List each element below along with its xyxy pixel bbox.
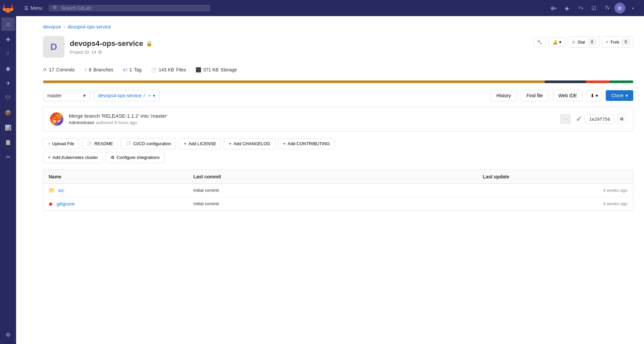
lock-icon: 🔒 [146, 40, 153, 47]
add-license-button[interactable]: + Add LICENSE [179, 138, 221, 149]
chevron-down-icon: ▾ [581, 6, 583, 10]
issues-icon: ◈ [565, 5, 569, 11]
files-label: Files [176, 67, 186, 72]
download-button[interactable]: ⬇ ▾ [587, 90, 602, 101]
web-ide-button[interactable]: Web IDE [553, 90, 583, 101]
commit-meta: Administrator authored 9 hours ago [69, 120, 555, 125]
sidebar-item-deploy[interactable]: ✈ [1, 76, 15, 90]
table-row: 📁 src Initial commit 4 weeks ago [43, 184, 633, 197]
file-name-src[interactable]: 📁 src [49, 187, 194, 193]
menu-button[interactable]: ☰ Menu [21, 4, 45, 12]
chevron-down-icon: ▾ [83, 93, 86, 98]
repo-path[interactable]: devops4-ops-service [98, 93, 142, 98]
chevron-down-icon: ▾ [559, 40, 561, 45]
tags-stat[interactable]: 🏷 1 Tag [123, 67, 142, 72]
file-table: Name Last commit Last update 📁 src Initi… [43, 170, 633, 211]
sidebar-item-analytics[interactable]: 📊 [1, 121, 15, 134]
files-stat[interactable]: 📄 143 KB Files [151, 67, 186, 72]
breadcrumb-project[interactable]: devops4-ops-service [68, 24, 111, 30]
add-changelog-button[interactable]: + Add CHANGELOG [224, 138, 275, 149]
clone-button[interactable]: Clone ▾ [606, 90, 633, 101]
merge-icon: ⑂ [578, 5, 581, 11]
download-icon: ⬇ [590, 93, 594, 98]
path-navigation: devops4-ops-service / + ▾ [94, 90, 160, 101]
upload-file-button[interactable]: ↑ Upload File [43, 138, 79, 149]
gitignore-icon: ◆ [49, 200, 53, 207]
add-path-button[interactable]: + [148, 93, 151, 98]
todo-button[interactable]: ☑ [588, 2, 600, 14]
copy-id-icon[interactable]: ⧉ [98, 49, 102, 55]
sidebar-item-issues[interactable]: ◈ [1, 32, 15, 46]
commit-hash[interactable]: 1e29f756 [585, 114, 614, 124]
gitlab-logo[interactable] [3, 3, 13, 13]
repo-toolbar: master ▾ devops4-ops-service / + ▾ Histo… [43, 90, 633, 101]
commits-stat[interactable]: ⟳ 17 Commits [43, 67, 75, 72]
user-avatar[interactable]: D [614, 3, 625, 13]
avatar-chevron[interactable]: ▾ [627, 2, 639, 14]
star-button[interactable]: ☆ Star 0 [568, 36, 600, 48]
help-button[interactable]: ? ▾ [601, 2, 613, 14]
sidebar-item-security[interactable]: 🛡 [1, 91, 15, 105]
cicd-icon: 📄 [126, 141, 131, 146]
merge-requests-button[interactable]: ⑂ ▾ [574, 2, 586, 14]
folder-icon: 📁 [49, 187, 55, 193]
sidebar-item-snippets[interactable]: ✂ [1, 150, 15, 164]
file-table-header: Name Last commit Last update [43, 170, 633, 184]
configure-integrations-button[interactable]: ⚙ Configure Integrations [106, 152, 165, 163]
sidebar-item-merge-requests[interactable]: ⑂ [1, 47, 15, 60]
file-date-gitignore: 4 weeks ago [483, 201, 628, 206]
configure-label: Configure Integrations [117, 155, 160, 160]
commit-info: 🦊 Merge branch 'RELEASE-1.1.2' into 'mas… [43, 107, 633, 131]
search-input[interactable] [61, 5, 206, 11]
cicd-button[interactable]: 📄 CI/CD configuration [121, 138, 176, 149]
project-details: devops4-ops-service 🔒 Project ID: 14 ⧉ [70, 39, 153, 55]
add-kubernetes-button[interactable]: + Add Kubernetes cluster [43, 152, 103, 163]
issues-button[interactable]: ◈ [561, 2, 573, 14]
col-name: Name [49, 174, 194, 179]
file-name-gitignore[interactable]: ◆ .gitignore [49, 200, 194, 207]
lang-primary [43, 80, 545, 83]
sidebar-item-settings[interactable]: ⚙ [1, 328, 15, 341]
project-actions: 🔧 🔔 ▾ ☆ Star 0 ⑂ Fork 0 [533, 36, 633, 48]
storage-stat[interactable]: ⬛ 371 KB Storage [196, 67, 237, 72]
chevron-down-icon: ▾ [555, 6, 556, 10]
branch-name: master [47, 93, 62, 98]
sidebar-item-packages[interactable]: 📦 [1, 106, 15, 119]
project-header: D devops4-ops-service 🔒 Project ID: 14 ⧉… [43, 36, 633, 58]
col-last-commit: Last commit [194, 174, 483, 179]
add-contributing-button[interactable]: + Add CONTRIBUTING [278, 138, 335, 149]
search-bar[interactable]: 🔍 [49, 5, 210, 11]
notifications-button[interactable]: 🔔 ▾ [549, 37, 565, 47]
file-commit-gitignore: Initial commit [194, 201, 483, 206]
branches-stat[interactable]: ⑂ 8 Branches [84, 67, 113, 72]
create-button[interactable]: ⊕ ▾ [547, 2, 559, 14]
settings-button[interactable]: 🔧 [533, 37, 546, 47]
hamburger-icon: ☰ [24, 5, 29, 11]
branch-selector[interactable]: master ▾ [43, 90, 90, 101]
commit-more-button[interactable]: ··· [560, 114, 571, 124]
storage-icon: ⬛ [196, 67, 201, 72]
readme-button[interactable]: 📄 README [82, 138, 118, 149]
sidebar-item-wiki[interactable]: 📋 [1, 135, 15, 149]
commit-avatar: 🦊 [50, 112, 63, 126]
breadcrumb-devops4[interactable]: devops4 [43, 24, 61, 30]
add-changelog-icon: + [229, 141, 231, 146]
quick-actions: ↑ Upload File 📄 README 📄 CI/CD configura… [43, 138, 633, 149]
commit-title[interactable]: Merge branch 'RELEASE-1.1.2' into 'maste… [69, 113, 555, 119]
find-file-button[interactable]: Find file [521, 90, 549, 101]
copy-hash-button[interactable]: ⧉ [617, 114, 626, 124]
readme-label: README [94, 141, 113, 146]
fork-button[interactable]: ⑂ Fork 0 [602, 36, 633, 48]
commit-author[interactable]: Administrator [69, 120, 95, 125]
files-size: 143 KB [159, 67, 174, 72]
search-icon: 🔍 [53, 5, 58, 11]
wrench-icon: 🔧 [537, 40, 542, 45]
menu-label: Menu [31, 5, 42, 11]
branches-count: 8 [89, 67, 92, 72]
commit-avatar-icon: 🦊 [53, 115, 61, 123]
plus-icon: ⊕ [550, 5, 555, 11]
history-button[interactable]: History [491, 90, 517, 101]
sidebar-item-home[interactable]: ⌂ [1, 17, 15, 31]
sidebar-item-activity[interactable]: ◉ [1, 62, 15, 75]
fork-icon: ⑂ [606, 40, 608, 45]
